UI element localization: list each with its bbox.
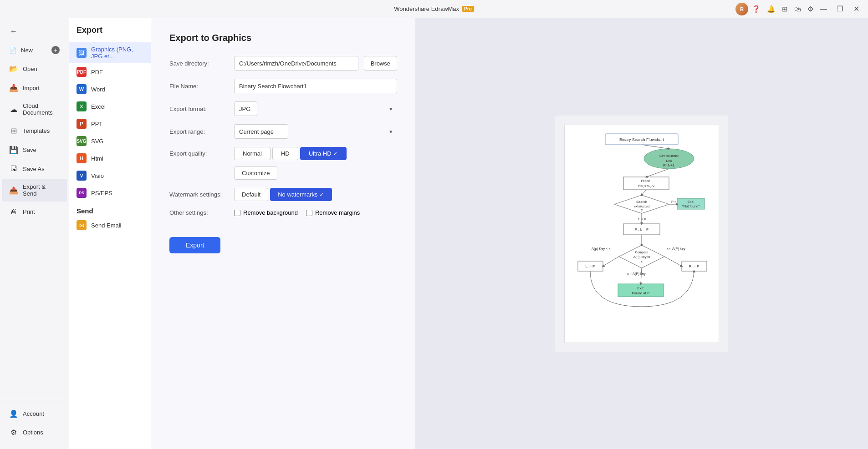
export-range-select[interactable]: Current page All pages Selected shapes (234, 124, 288, 139)
browse-button[interactable]: Browse (364, 56, 397, 71)
remove-margins-item[interactable]: Remove margins (306, 209, 360, 216)
ppt-icon: P (77, 119, 87, 129)
svg-text:Search: Search (636, 200, 647, 204)
ppt-label: PPT (91, 121, 102, 127)
account-icon: 👤 (9, 409, 18, 418)
sidebar-item-new[interactable]: 📄 New + (2, 41, 67, 59)
export-item-word[interactable]: W Word (69, 81, 151, 98)
export-item-html[interactable]: H Html (69, 150, 151, 167)
minimize-button[interactable]: — (817, 3, 830, 15)
main-layout: ← 📄 New + 📂 Open 📥 Import ☁ Cloud Docume… (0, 18, 868, 449)
export-format-select[interactable]: JPG PNG BMP TIFF SVG (234, 101, 257, 116)
file-name-row: File Name: (169, 79, 397, 93)
help-icon[interactable]: ❓ (752, 5, 761, 13)
export-item-pdf[interactable]: PDF PDF (69, 63, 151, 81)
svg-line-37 (664, 257, 682, 266)
export-sidebar-title: Export (69, 25, 151, 42)
file-name-input[interactable] (234, 79, 397, 93)
svg-text:x = A(P) key: x = A(P) key (627, 272, 646, 276)
remove-background-item[interactable]: Remove background (234, 209, 298, 216)
import-icon: 📥 (9, 83, 18, 92)
remove-margins-label: Remove margins (315, 209, 360, 216)
svg-text:?: ? (641, 208, 643, 212)
close-button[interactable]: ✕ (850, 3, 863, 15)
export-quality-label: Export quality: (169, 150, 229, 157)
other-settings-row: Other settings: Remove background Remove… (169, 209, 397, 216)
bag-icon[interactable]: 🛍 (794, 5, 801, 13)
save-directory-row: Save directory: Browse (169, 56, 397, 71)
svg-text:P=(R+L)/2: P=(R+L)/2 (638, 184, 655, 188)
export-range-wrapper: Current page All pages Selected shapes (234, 124, 397, 139)
customize-row: Customize (234, 164, 277, 180)
svg-text:R := P: R := P (689, 264, 699, 268)
export-format-row: Export format: JPG PNG BMP TIFF SVG (169, 101, 397, 116)
bell-icon[interactable]: 🔔 (767, 5, 776, 13)
svg-text:"Not found": "Not found" (682, 204, 700, 208)
sidebar-item-save[interactable]: 💾 Save (2, 141, 67, 159)
options-label: Options (23, 429, 43, 436)
quality-hd-button[interactable]: HD (272, 147, 298, 160)
svg-text:P : L = P: P : L = P (635, 227, 648, 232)
sidebar-item-save-as[interactable]: 🖫 Save As (2, 160, 67, 178)
pdf-label: PDF (91, 69, 103, 76)
save-icon: 💾 (9, 145, 18, 154)
sidebar-item-templates[interactable]: ⊞ Templates (2, 121, 67, 140)
export-item-visio[interactable]: V Visio (69, 167, 151, 184)
sidebar-export: Export 🖼 Graphics (PNG, JPG et... PDF PD… (69, 18, 151, 449)
file-name-label: File Name: (169, 83, 229, 90)
export-icon: 📤 (9, 186, 18, 195)
back-icon: ← (9, 27, 18, 36)
svg-text:x: x (641, 260, 643, 263)
sidebar-item-cloud[interactable]: ☁ Cloud Documents (2, 98, 67, 121)
export-item-excel[interactable]: X Excel (69, 98, 151, 115)
sidebar-item-options[interactable]: ⚙ Options (2, 423, 67, 441)
sidebar-item-print[interactable]: 🖨 Print (2, 202, 67, 221)
export-item-graphics[interactable]: 🖼 Graphics (PNG, JPG et... (69, 42, 151, 63)
print-label: Print (23, 208, 35, 215)
sidebar-item-export[interactable]: 📤 Export & Send (2, 179, 67, 202)
titlebar-right: R ❓ 🔔 ⊞ 🛍 ⚙ — ❐ ✕ (735, 3, 863, 15)
quality-ultra-hd-button[interactable]: Ultra HD ✓ (300, 147, 347, 160)
pro-badge: Pro (462, 6, 474, 12)
word-label: Word (91, 86, 105, 93)
grid-icon[interactable]: ⊞ (782, 5, 788, 13)
maximize-button[interactable]: ❐ (833, 3, 846, 15)
titlebar-icons: ❓ 🔔 ⊞ 🛍 ⚙ (752, 5, 813, 13)
watermark-default-button[interactable]: Default (234, 188, 268, 201)
svg-line-10 (646, 169, 669, 177)
export-button[interactable]: Export (169, 237, 220, 253)
svg-line-6 (642, 145, 669, 149)
save-directory-input[interactable] (234, 56, 358, 71)
sidebar-item-account[interactable]: 👤 Account (2, 404, 67, 423)
svg-text:Exit:: Exit: (637, 286, 644, 290)
sidebar-item-import[interactable]: 📥 Import (2, 79, 67, 97)
customize-button[interactable]: Customize (234, 166, 277, 180)
svg-text:Found at P: Found at P (632, 291, 649, 295)
pdf-icon: PDF (77, 67, 87, 77)
svg-text:Compare: Compare (635, 251, 648, 254)
settings-icon[interactable]: ⚙ (807, 5, 813, 13)
sidebar-narrow: ← 📄 New + 📂 Open 📥 Import ☁ Cloud Docume… (0, 18, 69, 449)
preview-panel: Binary Search Flowchart Set bounds: L=0 … (415, 18, 868, 449)
new-plus-icon[interactable]: + (51, 46, 60, 54)
export-item-send-email[interactable]: ✉ Send Email (69, 217, 151, 234)
svg-text:A(p) Key < x: A(p) Key < x (592, 247, 611, 251)
quality-row-inner: Export quality: Normal HD Ultra HD ✓ (169, 147, 397, 160)
sidebar-item-back[interactable]: ← (2, 22, 67, 40)
remove-background-checkbox[interactable] (234, 210, 240, 216)
visio-label: Visio (91, 172, 104, 179)
quality-normal-button[interactable]: Normal (234, 147, 271, 160)
watermark-no-watermarks-button[interactable]: No watermarks ✓ (270, 188, 332, 201)
export-range-row: Export range: Current page All pages Sel… (169, 124, 397, 139)
export-item-pseps[interactable]: PS PS/EPS (69, 184, 151, 202)
export-item-svg[interactable]: SVG SVG (69, 132, 151, 150)
svg-text:Probe:: Probe: (641, 179, 652, 183)
remove-margins-checkbox[interactable] (306, 210, 312, 216)
sidebar-item-open[interactable]: 📂 Open (2, 60, 67, 78)
export-item-ppt[interactable]: P PPT (69, 115, 151, 132)
account-label: Account (23, 410, 44, 417)
sidebar-bottom: 👤 Account ⚙ Options (0, 400, 69, 445)
app-title: Wondershare EdrawMax (394, 5, 459, 12)
svg-line-15 (642, 190, 646, 195)
svg-line-36 (603, 257, 619, 266)
